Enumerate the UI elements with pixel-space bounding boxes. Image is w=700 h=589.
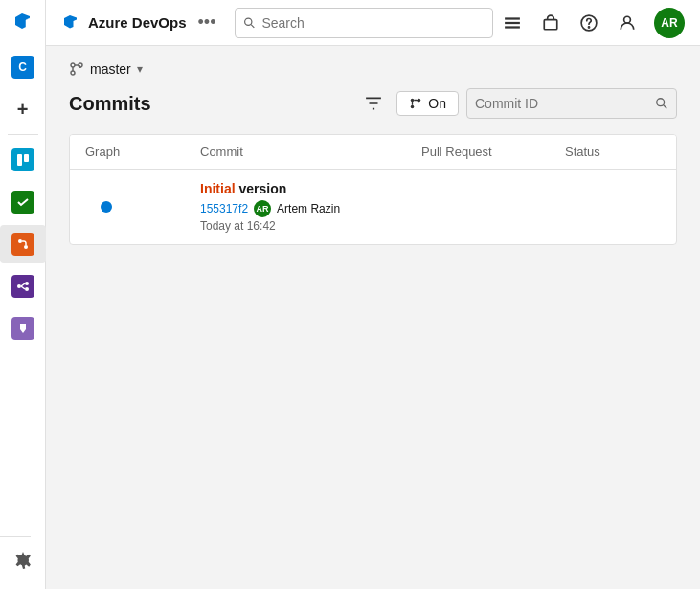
brand-name: Azure DevOps <box>88 14 187 31</box>
page-title: Commits <box>69 93 151 115</box>
svg-point-3 <box>24 245 28 249</box>
graph-toggle-button[interactable]: On <box>396 91 459 116</box>
divider-1 <box>8 134 38 135</box>
svg-point-18 <box>71 63 75 67</box>
sidebar-bottom <box>0 532 46 589</box>
brand-logo-icon <box>61 13 80 33</box>
commit-cell: Initial version 155317f2 AR Artem Razin … <box>200 181 421 233</box>
table-header: Graph Commit Pull Request Status <box>70 135 676 170</box>
svg-point-17 <box>624 16 631 23</box>
svg-line-27 <box>664 105 667 109</box>
sidebar-item-repos[interactable] <box>0 225 46 263</box>
svg-point-16 <box>588 26 589 27</box>
help-icon[interactable] <box>577 11 600 34</box>
commit-time: Today at 16:42 <box>200 219 421 233</box>
sidebar-item-boards[interactable] <box>0 141 46 179</box>
sidebar-item-test[interactable] <box>0 309 46 348</box>
search-box[interactable] <box>235 8 493 38</box>
commit-id-search-box[interactable] <box>466 88 677 119</box>
commit-id-search-icon <box>655 97 668 110</box>
branch-chevron-icon: ▾ <box>137 62 143 76</box>
commit-meta: 155317f2 AR Artem Razin <box>200 200 421 217</box>
nav-brand[interactable]: Azure DevOps <box>61 13 187 33</box>
svg-rect-12 <box>505 21 520 23</box>
svg-rect-1 <box>24 154 29 162</box>
svg-rect-14 <box>544 19 557 29</box>
svg-point-6 <box>25 287 29 291</box>
sidebar-item-taskboards[interactable] <box>0 183 46 221</box>
svg-point-5 <box>25 282 29 285</box>
branch-toggle-icon <box>409 97 422 110</box>
svg-rect-11 <box>505 17 520 19</box>
commit-title-part1: Initial <box>200 181 236 196</box>
svg-point-22 <box>411 99 415 102</box>
sidebar-item-add[interactable]: + <box>0 90 46 128</box>
sidebar-item-pipelines[interactable] <box>0 267 46 306</box>
header-actions: On <box>358 88 677 119</box>
commit-dot <box>101 201 112 213</box>
page-header: Commits On <box>69 88 677 119</box>
bag-icon[interactable] <box>539 11 562 34</box>
svg-point-2 <box>18 239 22 243</box>
project-icon: C <box>11 56 34 79</box>
toggle-label: On <box>428 96 446 111</box>
main-content: master ▾ Commits On <box>46 46 700 589</box>
svg-line-8 <box>21 286 25 289</box>
sidebar-logo[interactable] <box>0 0 46 46</box>
search-input[interactable] <box>261 15 485 31</box>
check-icon <box>11 191 34 214</box>
nav-icons: AR <box>501 8 685 38</box>
repos-icon <box>11 233 34 256</box>
add-icon: + <box>11 98 34 121</box>
branch-icon <box>69 61 84 77</box>
col-header-graph: Graph <box>85 145 200 159</box>
svg-rect-0 <box>17 154 22 166</box>
svg-point-4 <box>17 284 21 288</box>
avatar[interactable]: AR <box>654 8 685 38</box>
nav-ellipsis-menu[interactable]: ••• <box>194 9 220 36</box>
search-icon <box>243 16 256 30</box>
sidebar: C + <box>0 0 46 589</box>
user-icon[interactable] <box>616 11 639 34</box>
commit-title-part2: version <box>236 181 287 196</box>
sidebar-item-settings[interactable] <box>0 541 46 579</box>
table-row: Initial version 155317f2 AR Artem Razin … <box>70 170 676 244</box>
svg-line-10 <box>252 24 255 27</box>
filter-icon <box>365 95 382 112</box>
commit-author: Artem Razin <box>277 202 340 215</box>
col-header-commit: Commit <box>200 145 421 159</box>
commits-table: Graph Commit Pull Request Status Initial… <box>69 134 677 245</box>
branch-selector[interactable]: master ▾ <box>69 61 677 77</box>
sidebar-item-project[interactable]: C <box>0 48 46 86</box>
svg-point-26 <box>657 99 665 106</box>
svg-point-23 <box>411 105 415 109</box>
top-nav: Azure DevOps ••• AR <box>46 0 700 46</box>
divider-2 <box>0 536 31 537</box>
list-icon[interactable] <box>501 11 524 34</box>
commit-id-input[interactable] <box>475 96 649 111</box>
svg-rect-13 <box>505 26 520 28</box>
azure-devops-logo-icon <box>11 11 34 34</box>
col-header-status: Status <box>565 145 661 159</box>
svg-point-19 <box>71 71 75 75</box>
pipelines-icon <box>11 275 34 298</box>
filter-button[interactable] <box>358 88 389 119</box>
svg-point-9 <box>245 18 252 25</box>
settings-icon <box>11 549 34 572</box>
branch-name: master <box>90 61 131 77</box>
commit-hash[interactable]: 155317f2 <box>200 202 248 215</box>
test-icon <box>11 317 34 340</box>
commit-title: Initial version <box>200 181 421 196</box>
col-header-pullrequest: Pull Request <box>421 145 565 159</box>
boards-icon <box>11 148 34 171</box>
author-avatar: AR <box>254 200 271 217</box>
graph-cell <box>85 201 200 213</box>
